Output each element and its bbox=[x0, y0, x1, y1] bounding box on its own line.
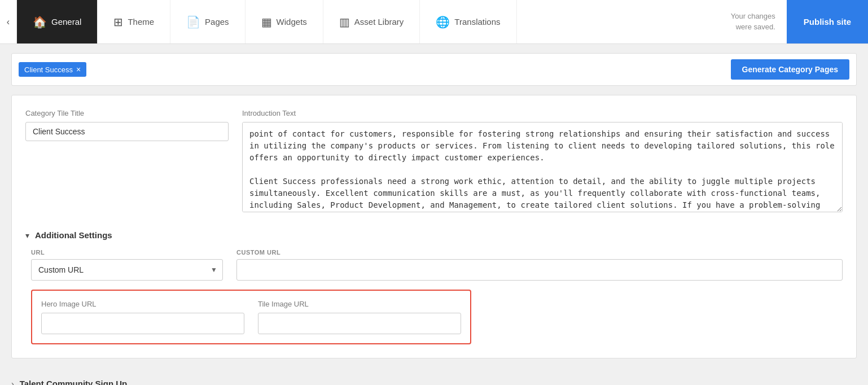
url-select-wrapper: Custom URL Auto-generated Manual ▼ bbox=[31, 259, 223, 281]
nav-pages-label: Pages bbox=[205, 17, 229, 27]
chevron-down-icon: ▾ bbox=[25, 231, 29, 240]
intro-text-label: Introduction Text bbox=[242, 109, 843, 117]
hero-image-group: Hero Image URL bbox=[41, 300, 244, 334]
nav-back-button[interactable]: ‹ bbox=[0, 0, 17, 43]
tile-title-label: Category Tile Title bbox=[25, 109, 229, 117]
chevron-right-icon: › bbox=[11, 379, 14, 386]
additional-settings-title: Additional Settings bbox=[35, 230, 112, 240]
talent-community-section[interactable]: › Talent Community Sign Up bbox=[11, 368, 857, 385]
tag-close-button[interactable]: × bbox=[76, 65, 81, 74]
category-tags: Client Success × bbox=[19, 62, 86, 77]
custom-url-input[interactable] bbox=[236, 259, 843, 281]
nav-translations-label: Translations bbox=[454, 17, 500, 27]
intro-text-group: Introduction Text point of contact for c… bbox=[242, 109, 843, 212]
hero-image-label: Hero Image URL bbox=[41, 300, 244, 308]
category-panel: Category Tile Title Introduction Text po… bbox=[11, 95, 857, 358]
tile-title-input[interactable] bbox=[25, 122, 229, 141]
client-success-tag[interactable]: Client Success × bbox=[19, 62, 86, 77]
saved-message: Your changeswere saved. bbox=[720, 0, 787, 43]
hero-image-input[interactable] bbox=[41, 313, 244, 334]
tile-image-input[interactable] bbox=[258, 313, 461, 334]
widgets-icon: ▦ bbox=[261, 15, 272, 29]
nav-item-general[interactable]: 🏠 General bbox=[17, 0, 98, 43]
url-label: URL bbox=[31, 249, 223, 256]
pages-icon: 📄 bbox=[186, 15, 200, 29]
talent-community-label: Talent Community Sign Up bbox=[20, 379, 128, 385]
top-nav: ‹ 🏠 General ⊞ Theme 📄 Pages ▦ Widgets ▥ … bbox=[0, 0, 868, 44]
generate-category-pages-button[interactable]: Generate Category Pages bbox=[731, 59, 849, 80]
tag-label: Client Success bbox=[24, 65, 73, 74]
fields-row: Category Tile Title Introduction Text po… bbox=[25, 109, 843, 212]
publish-site-button[interactable]: Publish site bbox=[787, 0, 868, 43]
additional-settings-section: ▾ Additional Settings URL Custom URL Aut… bbox=[25, 224, 843, 344]
theme-icon: ⊞ bbox=[113, 15, 123, 29]
nav-item-translations[interactable]: 🌐 Translations bbox=[420, 0, 516, 43]
url-row: URL Custom URL Auto-generated Manual ▼ C… bbox=[31, 249, 843, 281]
image-urls-box: Hero Image URL Tile Image URL bbox=[31, 290, 471, 344]
nav-general-label: General bbox=[51, 17, 81, 27]
url-group: URL Custom URL Auto-generated Manual ▼ bbox=[31, 249, 223, 281]
settings-content: URL Custom URL Auto-generated Manual ▼ C… bbox=[25, 249, 843, 344]
category-bar: Client Success × Generate Category Pages bbox=[11, 53, 857, 86]
nav-asset-label: Asset Library bbox=[354, 17, 404, 27]
asset-library-icon: ▥ bbox=[339, 15, 350, 29]
additional-settings-toggle[interactable]: ▾ Additional Settings bbox=[25, 224, 843, 249]
tile-title-group: Category Tile Title bbox=[25, 109, 229, 212]
nav-item-asset-library[interactable]: ▥ Asset Library bbox=[323, 0, 420, 43]
custom-url-group: CUSTOM URL bbox=[236, 249, 843, 281]
tile-image-label: Tile Image URL bbox=[258, 300, 461, 308]
nav-item-widgets[interactable]: ▦ Widgets bbox=[246, 0, 323, 43]
translations-icon: 🌐 bbox=[436, 15, 450, 29]
url-select[interactable]: Custom URL Auto-generated Manual bbox=[31, 259, 223, 281]
intro-text-textarea[interactable]: point of contact for customers, responsi… bbox=[242, 122, 843, 212]
main-content: Client Success × Generate Category Pages… bbox=[0, 44, 868, 385]
nav-widgets-label: Widgets bbox=[277, 17, 307, 27]
nav-theme-label: Theme bbox=[128, 17, 154, 27]
home-icon: 🏠 bbox=[33, 15, 47, 29]
nav-item-theme[interactable]: ⊞ Theme bbox=[98, 0, 170, 43]
tile-image-group: Tile Image URL bbox=[258, 300, 461, 334]
nav-item-pages[interactable]: 📄 Pages bbox=[170, 0, 246, 43]
custom-url-label: CUSTOM URL bbox=[236, 249, 843, 256]
